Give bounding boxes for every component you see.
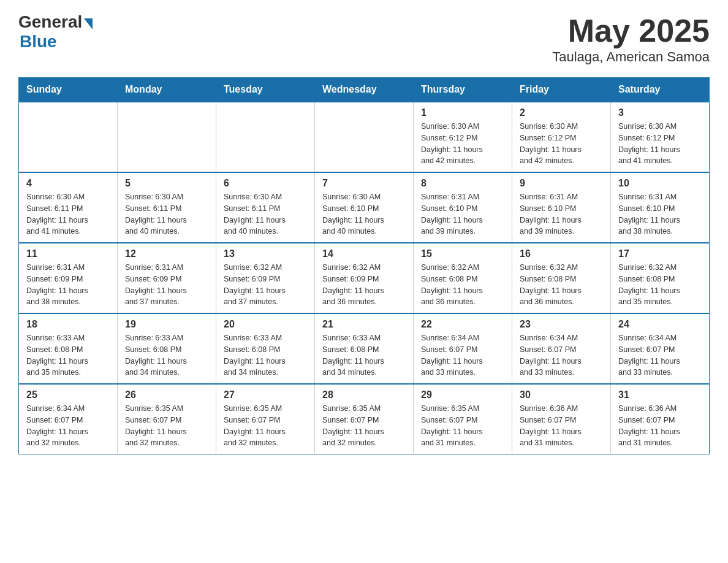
calendar-cell: 13Sunrise: 6:32 AM Sunset: 6:09 PM Dayli… (216, 243, 315, 313)
day-info: Sunrise: 6:36 AM Sunset: 6:07 PM Dayligh… (618, 403, 702, 449)
calendar-cell: 27Sunrise: 6:35 AM Sunset: 6:07 PM Dayli… (216, 384, 315, 454)
day-info: Sunrise: 6:32 AM Sunset: 6:08 PM Dayligh… (618, 262, 702, 308)
calendar-cell: 30Sunrise: 6:36 AM Sunset: 6:07 PM Dayli… (512, 384, 611, 454)
calendar-cell: 21Sunrise: 6:33 AM Sunset: 6:08 PM Dayli… (315, 313, 414, 384)
calendar-cell: 25Sunrise: 6:34 AM Sunset: 6:07 PM Dayli… (19, 384, 118, 454)
day-info: Sunrise: 6:35 AM Sunset: 6:07 PM Dayligh… (224, 403, 307, 449)
calendar-cell: 12Sunrise: 6:31 AM Sunset: 6:09 PM Dayli… (118, 243, 216, 313)
day-number: 6 (224, 178, 307, 189)
day-info: Sunrise: 6:31 AM Sunset: 6:10 PM Dayligh… (618, 191, 702, 237)
day-info: Sunrise: 6:32 AM Sunset: 6:08 PM Dayligh… (520, 262, 603, 308)
day-info: Sunrise: 6:36 AM Sunset: 6:07 PM Dayligh… (520, 403, 603, 449)
calendar-cell: 20Sunrise: 6:33 AM Sunset: 6:08 PM Dayli… (216, 313, 315, 384)
calendar-week-row: 4Sunrise: 6:30 AM Sunset: 6:11 PM Daylig… (19, 172, 710, 243)
day-number: 13 (224, 248, 307, 259)
day-number: 27 (224, 389, 307, 400)
calendar-week-row: 1Sunrise: 6:30 AM Sunset: 6:12 PM Daylig… (19, 102, 710, 172)
day-info: Sunrise: 6:35 AM Sunset: 6:07 PM Dayligh… (421, 403, 504, 449)
calendar-table: SundayMondayTuesdayWednesdayThursdayFrid… (18, 77, 710, 454)
day-number: 29 (421, 389, 504, 400)
day-info: Sunrise: 6:30 AM Sunset: 6:11 PM Dayligh… (224, 191, 307, 237)
day-number: 12 (125, 248, 208, 259)
calendar-cell: 28Sunrise: 6:35 AM Sunset: 6:07 PM Dayli… (315, 384, 414, 454)
day-info: Sunrise: 6:34 AM Sunset: 6:07 PM Dayligh… (26, 403, 110, 449)
calendar-cell: 15Sunrise: 6:32 AM Sunset: 6:08 PM Dayli… (414, 243, 512, 313)
logo: General Blue (18, 12, 93, 52)
day-number: 20 (224, 319, 307, 330)
day-number: 11 (26, 248, 110, 259)
day-number: 4 (26, 178, 110, 189)
logo-triangle-icon (84, 18, 93, 29)
calendar-cell: 4Sunrise: 6:30 AM Sunset: 6:11 PM Daylig… (19, 172, 118, 243)
calendar-header-monday: Monday (118, 78, 216, 102)
day-number: 21 (322, 319, 406, 330)
calendar-cell (315, 102, 414, 172)
calendar-cell: 14Sunrise: 6:32 AM Sunset: 6:09 PM Dayli… (315, 243, 414, 313)
day-info: Sunrise: 6:30 AM Sunset: 6:12 PM Dayligh… (421, 121, 504, 167)
day-number: 18 (26, 319, 110, 330)
month-title: May 2025 (552, 12, 710, 49)
calendar-cell: 7Sunrise: 6:30 AM Sunset: 6:10 PM Daylig… (315, 172, 414, 243)
day-info: Sunrise: 6:30 AM Sunset: 6:12 PM Dayligh… (618, 121, 702, 167)
day-info: Sunrise: 6:30 AM Sunset: 6:12 PM Dayligh… (520, 121, 603, 167)
day-info: Sunrise: 6:33 AM Sunset: 6:08 PM Dayligh… (224, 332, 307, 378)
calendar-cell: 2Sunrise: 6:30 AM Sunset: 6:12 PM Daylig… (512, 102, 611, 172)
calendar-cell (118, 102, 216, 172)
day-number: 3 (618, 107, 702, 118)
day-info: Sunrise: 6:31 AM Sunset: 6:09 PM Dayligh… (125, 262, 208, 308)
day-info: Sunrise: 6:34 AM Sunset: 6:07 PM Dayligh… (618, 332, 702, 378)
day-info: Sunrise: 6:32 AM Sunset: 6:09 PM Dayligh… (224, 262, 307, 308)
calendar-cell: 29Sunrise: 6:35 AM Sunset: 6:07 PM Dayli… (414, 384, 512, 454)
calendar-header-row: SundayMondayTuesdayWednesdayThursdayFrid… (19, 78, 710, 102)
calendar-cell: 26Sunrise: 6:35 AM Sunset: 6:07 PM Dayli… (118, 384, 216, 454)
day-number: 31 (618, 389, 702, 400)
day-number: 10 (618, 178, 702, 189)
location-subtitle: Taulaga, American Samoa (552, 49, 710, 65)
calendar-cell: 5Sunrise: 6:30 AM Sunset: 6:11 PM Daylig… (118, 172, 216, 243)
calendar-header-friday: Friday (512, 78, 611, 102)
day-info: Sunrise: 6:30 AM Sunset: 6:11 PM Dayligh… (125, 191, 208, 237)
day-info: Sunrise: 6:32 AM Sunset: 6:09 PM Dayligh… (322, 262, 406, 308)
day-number: 5 (125, 178, 208, 189)
calendar-cell: 16Sunrise: 6:32 AM Sunset: 6:08 PM Dayli… (512, 243, 611, 313)
calendar-cell: 23Sunrise: 6:34 AM Sunset: 6:07 PM Dayli… (512, 313, 611, 384)
logo-blue-text: Blue (20, 32, 57, 52)
calendar-week-row: 25Sunrise: 6:34 AM Sunset: 6:07 PM Dayli… (19, 384, 710, 454)
day-number: 16 (520, 248, 603, 259)
calendar-cell: 6Sunrise: 6:30 AM Sunset: 6:11 PM Daylig… (216, 172, 315, 243)
calendar-cell: 17Sunrise: 6:32 AM Sunset: 6:08 PM Dayli… (611, 243, 710, 313)
calendar-week-row: 11Sunrise: 6:31 AM Sunset: 6:09 PM Dayli… (19, 243, 710, 313)
calendar-cell: 1Sunrise: 6:30 AM Sunset: 6:12 PM Daylig… (414, 102, 512, 172)
day-number: 2 (520, 107, 603, 118)
day-number: 25 (26, 389, 110, 400)
calendar-cell (216, 102, 315, 172)
calendar-cell: 3Sunrise: 6:30 AM Sunset: 6:12 PM Daylig… (611, 102, 710, 172)
calendar-header-saturday: Saturday (611, 78, 710, 102)
day-info: Sunrise: 6:30 AM Sunset: 6:11 PM Dayligh… (26, 191, 110, 237)
day-number: 14 (322, 248, 406, 259)
calendar-header-tuesday: Tuesday (216, 78, 315, 102)
page-header: General Blue May 2025 Taulaga, American … (18, 12, 710, 65)
title-area: May 2025 Taulaga, American Samoa (552, 12, 710, 65)
day-number: 15 (421, 248, 504, 259)
calendar-cell: 10Sunrise: 6:31 AM Sunset: 6:10 PM Dayli… (611, 172, 710, 243)
day-number: 24 (618, 319, 702, 330)
calendar-cell: 24Sunrise: 6:34 AM Sunset: 6:07 PM Dayli… (611, 313, 710, 384)
day-number: 26 (125, 389, 208, 400)
day-number: 1 (421, 107, 504, 118)
day-number: 9 (520, 178, 603, 189)
calendar-cell: 11Sunrise: 6:31 AM Sunset: 6:09 PM Dayli… (19, 243, 118, 313)
calendar-header-thursday: Thursday (414, 78, 512, 102)
calendar-cell (19, 102, 118, 172)
day-info: Sunrise: 6:32 AM Sunset: 6:08 PM Dayligh… (421, 262, 504, 308)
calendar-cell: 8Sunrise: 6:31 AM Sunset: 6:10 PM Daylig… (414, 172, 512, 243)
day-info: Sunrise: 6:31 AM Sunset: 6:10 PM Dayligh… (520, 191, 603, 237)
day-number: 7 (322, 178, 406, 189)
calendar-header-sunday: Sunday (19, 78, 118, 102)
day-info: Sunrise: 6:33 AM Sunset: 6:08 PM Dayligh… (125, 332, 208, 378)
logo-general-text: General (18, 12, 82, 32)
calendar-week-row: 18Sunrise: 6:33 AM Sunset: 6:08 PM Dayli… (19, 313, 710, 384)
day-info: Sunrise: 6:35 AM Sunset: 6:07 PM Dayligh… (322, 403, 406, 449)
day-info: Sunrise: 6:33 AM Sunset: 6:08 PM Dayligh… (26, 332, 110, 378)
day-number: 23 (520, 319, 603, 330)
